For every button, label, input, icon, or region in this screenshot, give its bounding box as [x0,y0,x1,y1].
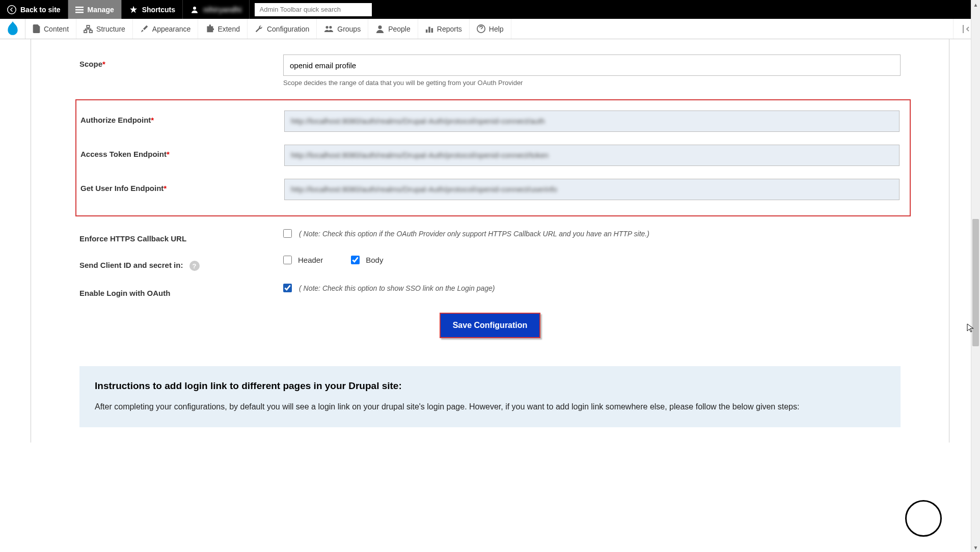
instructions-box: Instructions to add login link to differ… [79,366,901,427]
token-row: Access Token Endpoint* http://localhost:… [76,145,910,166]
svg-rect-1 [75,7,84,8]
back-to-site-button[interactable]: Back to site [0,0,68,19]
nav-configuration-label: Configuration [267,25,309,33]
scope-help: Scope decides the range of data that you… [283,79,901,87]
enforce-https-label: Enforce HTTPS Callback URL [79,229,283,243]
header-checkbox[interactable] [283,256,292,264]
svg-rect-11 [426,29,428,32]
token-label: Access Token Endpoint* [80,145,284,158]
svg-rect-12 [428,26,430,33]
svg-point-8 [326,25,329,28]
nav-configuration[interactable]: Configuration [248,19,317,39]
svg-point-4 [193,7,196,10]
enable-login-note: ( Note: Check this option to show SSO li… [299,284,495,292]
groups-icon [324,25,334,33]
enable-login-row: Enable Login with OAuth ( Note: Check th… [79,284,901,297]
shortcuts-button[interactable]: Shortcuts [122,0,183,19]
nav-groups[interactable]: Groups [317,19,368,39]
nav-appearance-label: Appearance [152,25,191,33]
wrench-icon [255,24,263,33]
nav-help-label: Help [489,25,504,33]
endpoints-highlight: Authorize Endpoint* http://localhost:808… [75,99,911,216]
scrollbar-up-arrow-icon[interactable]: ▲ [971,0,980,9]
nav-people[interactable]: People [368,19,418,39]
save-configuration-button[interactable]: Save Configuration [440,313,541,338]
enable-login-label: Enable Login with OAuth [79,284,283,297]
nav-content[interactable]: Content [25,19,76,39]
svg-rect-7 [90,30,92,32]
authorize-label: Authorize Endpoint* [80,111,284,124]
header-option-label: Header [298,256,323,264]
instructions-heading: Instructions to add login link to differ… [95,380,885,392]
nav-structure[interactable]: Structure [76,19,133,39]
nav-help[interactable]: Help [470,19,511,39]
scope-label: Scope* [79,54,283,68]
svg-rect-13 [431,28,433,33]
userinfo-row: Get User Info Endpoint* http://localhost… [76,179,910,200]
star-icon [129,5,138,14]
chart-icon [425,25,433,33]
people-icon [375,25,385,33]
enforce-https-checkbox[interactable] [283,229,292,238]
nav-extend[interactable]: Extend [198,19,248,39]
scrollbar-thumb[interactable] [972,219,979,346]
authorize-row: Authorize Endpoint* http://localhost:808… [76,111,910,132]
scope-input[interactable] [283,54,901,76]
main-nav: Content Structure Appearance Extend Conf… [0,19,980,39]
enforce-https-row: Enforce HTTPS Callback URL ( Note: Check… [79,229,901,243]
hamburger-icon [75,6,84,14]
document-icon [33,24,40,33]
svg-rect-6 [84,30,87,32]
nav-extend-label: Extend [217,25,240,33]
svg-rect-2 [75,9,84,11]
nav-reports-label: Reports [437,25,462,33]
help-icon [477,24,485,33]
scope-row: Scope* Scope decides the range of data t… [79,54,901,87]
puzzle-icon [205,24,214,33]
nav-people-label: People [388,25,411,33]
nav-groups-label: Groups [337,25,361,33]
drupal-logo[interactable] [0,19,25,39]
authorize-input[interactable]: http://localhost:8080/auth/realms/Drupal… [284,111,900,132]
nav-reports[interactable]: Reports [418,19,470,39]
nav-appearance[interactable]: Appearance [133,19,199,39]
send-in-label: Send Client ID and secret in: ? [79,256,283,271]
svg-point-0 [8,5,16,14]
scrollbar[interactable]: ▲ ▼ [971,0,980,443]
enable-login-checkbox[interactable] [283,284,292,292]
svg-point-9 [330,25,332,28]
manage-button[interactable]: Manage [68,0,122,19]
nav-structure-label: Structure [96,25,125,33]
token-input[interactable]: http://localhost:8080/auth/realms/Drupal… [284,145,900,166]
enforce-https-note: ( Note: Check this option if the OAuth P… [299,230,649,238]
body-option-label: Body [366,256,383,264]
back-arrow-icon [7,5,16,14]
svg-rect-15 [963,25,964,33]
user-icon [190,5,199,14]
admin-toolbar: Back to site Manage Shortcuts nihiryandh… [0,0,980,19]
back-to-site-label: Back to site [20,6,61,14]
manage-label: Manage [88,6,114,14]
help-tooltip-icon[interactable]: ? [189,261,200,271]
svg-rect-5 [87,25,89,27]
shortcuts-label: Shortcuts [142,6,175,14]
structure-icon [84,25,93,33]
userinfo-label: Get User Info Endpoint* [80,179,284,192]
svg-rect-3 [75,12,84,13]
user-menu[interactable]: nihiryandhi [183,0,249,19]
userinfo-input[interactable]: http://localhost:8080/auth/realms/Drupal… [284,179,900,200]
username-label: nihiryandhi [203,6,241,14]
instructions-text: After completing your configurations, by… [95,401,885,413]
form-card: Scope* Scope decides the range of data t… [31,39,949,443]
body-checkbox[interactable] [351,256,360,264]
send-in-row: Send Client ID and secret in: ? Header B… [79,256,901,271]
admin-search-input[interactable] [255,3,372,16]
brush-icon [140,24,149,33]
svg-point-10 [378,25,382,29]
content-area: Scope* Scope decides the range of data t… [0,39,980,443]
nav-content-label: Content [44,25,69,33]
